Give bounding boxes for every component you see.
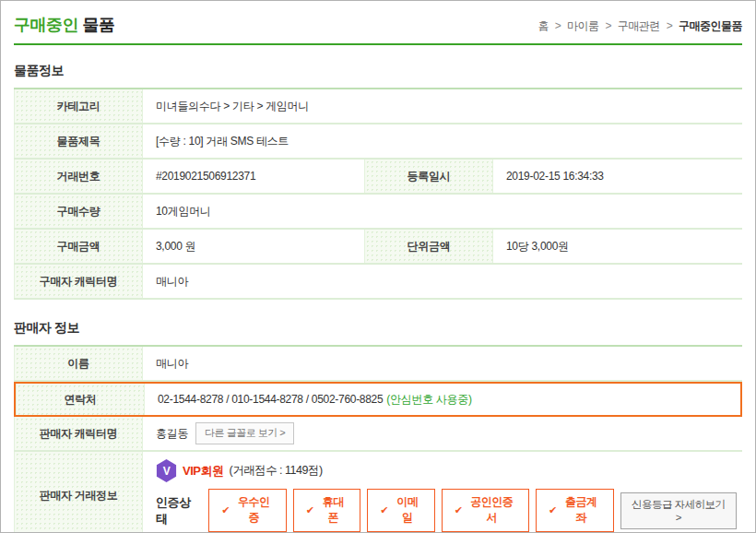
page-header: 구매중인 물품 홈 > 마이룸 > 구매관련 > 구매중인물품 <box>14 14 742 45</box>
breadcrumb-separator: > <box>667 19 673 32</box>
row-label: 이름 <box>14 347 143 380</box>
row-value: [수량 : 10] 거래 SMS 테스트 <box>143 124 742 158</box>
check-icon: ✔ <box>380 504 388 516</box>
header-underline <box>14 43 742 45</box>
cert-badge-certificate[interactable]: ✔ 공인인증서 <box>442 489 529 532</box>
row-label: 구매수량 <box>14 195 143 228</box>
row-value: V VIP회원 (거래점수 : 1149점) 인증상태 ✔ 우수인증 ✔ 휴대폰 <box>143 452 742 533</box>
row-label: 판매자 거래정보 <box>14 452 143 533</box>
row-label: 거래번호 <box>14 160 143 193</box>
page-title-highlight: 구매중인 <box>14 16 78 34</box>
breadcrumb: 홈 > 마이룸 > 구매관련 > 구매중인물품 <box>537 18 742 36</box>
row-label: 등록일시 <box>364 160 493 193</box>
trade-score: (거래점수 : 1149점) <box>229 463 322 479</box>
breadcrumb-item-purchase[interactable]: 구매관련 <box>618 19 660 32</box>
breadcrumb-item-myroom[interactable]: 마이룸 <box>567 19 599 32</box>
auth-status-label: 인증상태 <box>156 494 199 527</box>
credit-detail-button[interactable]: 신용등급 자세히보기 > <box>620 492 738 529</box>
row-value: 10게임머니 <box>143 195 742 228</box>
membership-level: VIP회원 <box>183 463 223 480</box>
row-label: 구매금액 <box>14 230 143 263</box>
page: 구매중인 물품 홈 > 마이룸 > 구매관련 > 구매중인물품 물품정보 카테고… <box>0 0 756 533</box>
table-row-quantity: 구매수량 10게임머니 <box>14 195 742 230</box>
vip-membership-line: V VIP회원 (거래점수 : 1149점) <box>156 459 742 482</box>
row-label: 카테고리 <box>14 89 143 123</box>
cert-badge-email[interactable]: ✔ 이메일 <box>367 489 435 532</box>
seller-character-name: 홍길동 <box>156 426 188 442</box>
table-row-seller-name: 이름 매니아 <box>14 347 742 382</box>
table-row-seller-trade-info: 판매자 거래정보 V VIP회원 (거래점수 : 1149점) 인증상태 ✔ 우… <box>14 452 742 533</box>
row-value: 2019-02-15 16:34:33 <box>493 160 742 193</box>
cert-badge-bank-account[interactable]: ✔ 출금계좌 <box>536 489 613 532</box>
seller-info-table: 이름 매니아 연락처 02-1544-8278 / 010-1544-8278 … <box>14 345 742 533</box>
check-icon: ✔ <box>455 504 463 516</box>
row-value: 3,000 원 <box>143 230 364 263</box>
row-value: 매니아 <box>143 347 742 380</box>
table-row-item-title: 물품제목 [수량 : 10] 거래 SMS 테스트 <box>14 124 742 160</box>
row-value: #2019021506912371 <box>143 160 364 193</box>
table-row-seller-character: 판매자 캐릭터명 홍길동 다른 글꼴로 보기 > <box>14 417 742 452</box>
row-label: 판매자 캐릭터명 <box>14 417 143 450</box>
breadcrumb-item-home[interactable]: 홈 <box>537 19 549 32</box>
check-icon: ✔ <box>306 504 314 516</box>
auth-status-line: 인증상태 ✔ 우수인증 ✔ 휴대폰 ✔ 이메일 ✔ 공 <box>156 489 742 532</box>
row-label: 물품제목 <box>14 124 143 158</box>
row-value: 02-1544-8278 / 010-1544-8278 / 0502-760-… <box>145 384 740 415</box>
cert-badge-phone[interactable]: ✔ 휴대폰 <box>293 489 361 532</box>
vip-badge-icon: V <box>156 459 177 482</box>
item-info-table: 카테고리 미녀들의수다 > 기타 > 게임머니 물품제목 [수량 : 10] 거… <box>14 88 742 300</box>
cert-label: 우수인증 <box>234 494 274 526</box>
cert-badge-excellent[interactable]: ✔ 우수인증 <box>208 489 286 532</box>
contact-phones: 02-1544-8278 / 010-1544-8278 / 0502-760-… <box>158 393 383 406</box>
section-title-seller-info: 판매자 정보 <box>14 320 742 337</box>
breadcrumb-separator: > <box>555 19 561 32</box>
table-row-buyer-character: 구매자 캐릭터명 매니아 <box>14 265 742 300</box>
section-title-item-info: 물품정보 <box>14 63 742 79</box>
safe-number-note: (안심번호 사용중) <box>386 392 471 408</box>
check-icon: ✔ <box>549 504 557 516</box>
page-title: 구매중인 물품 <box>14 14 115 36</box>
row-label: 단위금액 <box>364 230 493 263</box>
cert-label: 이메일 <box>393 494 422 526</box>
breadcrumb-separator: > <box>605 19 611 32</box>
row-label: 구매자 캐릭터명 <box>14 265 143 298</box>
cert-label: 출금계좌 <box>561 494 601 526</box>
row-value: 매니아 <box>143 265 742 298</box>
view-other-font-button[interactable]: 다른 글꼴로 보기 > <box>195 422 294 444</box>
check-icon: ✔ <box>221 504 230 516</box>
breadcrumb-item-current: 구매중인물품 <box>679 19 742 32</box>
cert-label: 휴대폰 <box>318 494 348 526</box>
table-row-trade-no: 거래번호 #2019021506912371 등록일시 2019-02-15 1… <box>14 160 742 195</box>
row-label: 연락처 <box>16 384 145 415</box>
table-row-category: 카테고리 미녀들의수다 > 기타 > 게임머니 <box>14 89 742 124</box>
cert-label: 공인인증서 <box>467 494 517 526</box>
row-value: 홍길동 다른 글꼴로 보기 > <box>143 417 742 450</box>
row-value: 미녀들의수다 > 기타 > 게임머니 <box>143 89 742 123</box>
row-value: 10당 3,000원 <box>493 230 742 263</box>
table-row-contact-highlighted: 연락처 02-1544-8278 / 010-1544-8278 / 0502-… <box>14 382 742 417</box>
page-title-rest: 물품 <box>83 16 115 34</box>
table-row-amount: 구매금액 3,000 원 단위금액 10당 3,000원 <box>14 230 742 265</box>
